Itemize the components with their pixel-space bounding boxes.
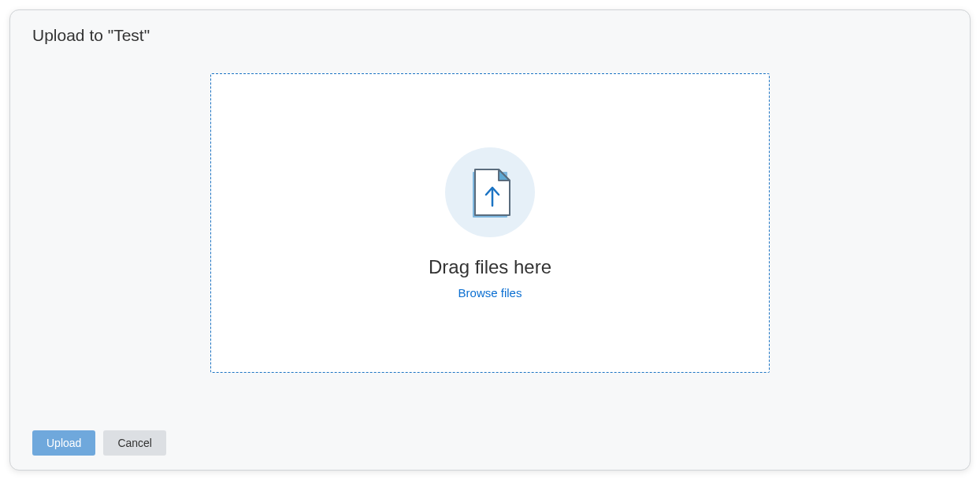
dialog-footer: Upload Cancel bbox=[10, 419, 970, 470]
content-area: Drag files here Browse files bbox=[10, 53, 970, 419]
dialog-title: Upload to "Test" bbox=[10, 10, 970, 53]
upload-dialog: Upload to "Test" bbox=[9, 9, 971, 471]
cancel-button[interactable]: Cancel bbox=[103, 430, 166, 456]
browse-files-link[interactable]: Browse files bbox=[458, 286, 522, 300]
file-dropzone[interactable]: Drag files here Browse files bbox=[210, 73, 770, 373]
upload-icon-circle bbox=[445, 147, 535, 237]
upload-button[interactable]: Upload bbox=[32, 430, 95, 456]
upload-file-icon bbox=[470, 168, 510, 217]
dropzone-heading: Drag files here bbox=[429, 256, 551, 278]
